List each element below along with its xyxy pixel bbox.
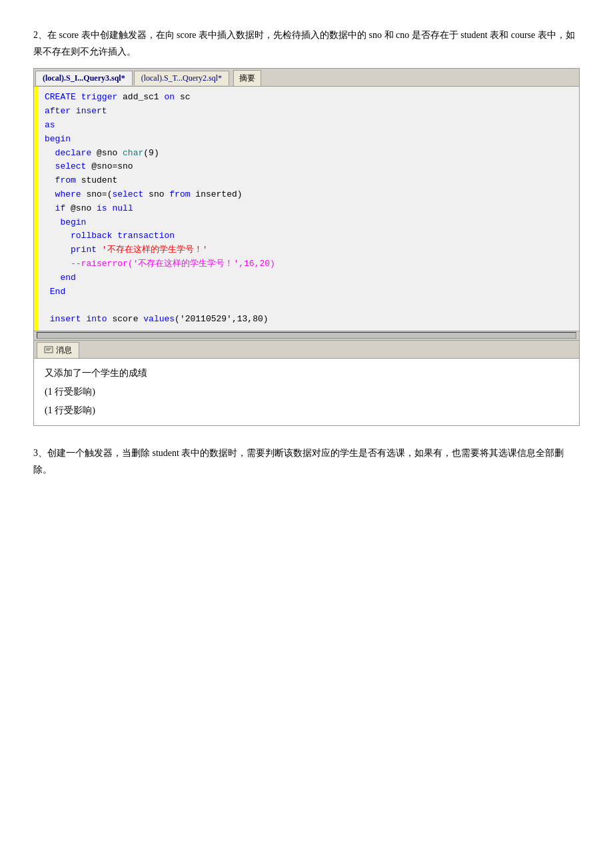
message-panel: 消息 又添加了一个学生的成绩 (1 行受影响) (1 行受影响): [33, 341, 580, 426]
message-line-2: (1 行受影响): [45, 383, 568, 401]
code-line-10: begin: [45, 216, 572, 230]
code-line-4: begin: [45, 133, 572, 147]
code-line-12: print '不存在这样的学生学号！': [45, 243, 572, 257]
message-icon: [44, 345, 53, 355]
yellow-bar: [34, 87, 38, 331]
code-line-8: where sno=(select sno from inserted): [45, 188, 572, 202]
message-tab[interactable]: 消息: [37, 342, 79, 358]
horizontal-scrollbar[interactable]: [34, 331, 579, 340]
code-line-1: CREATE trigger add_sc1 on sc: [45, 91, 572, 105]
code-line-13: --raiserror('不存在这样的学生学号！',16,20): [45, 257, 572, 271]
code-line-15: End: [45, 285, 572, 299]
code-line-14: end: [45, 271, 572, 285]
code-body: CREATE trigger add_sc1 on sc after inser…: [34, 87, 579, 331]
code-line-11: rollback transaction: [45, 229, 572, 243]
code-line-3: as: [45, 119, 572, 133]
code-line-2: after insert: [45, 105, 572, 119]
message-body: 又添加了一个学生的成绩 (1 行受影响) (1 行受影响): [34, 359, 579, 425]
code-line-16: [45, 299, 572, 313]
code-editor: (local).S_I...Query3.sql* (local).S_T...…: [33, 68, 580, 341]
code-line-9: if @sno is null: [45, 202, 572, 216]
message-line-1: 又添加了一个学生的成绩: [45, 364, 568, 383]
code-tab-summary[interactable]: 摘要: [233, 70, 261, 86]
message-tab-label: 消息: [56, 345, 72, 356]
message-tab-bar: 消息: [34, 341, 579, 359]
paragraph-2: 2、在 score 表中创建触发器，在向 score 表中插入数据时，先检待插入…: [33, 27, 580, 60]
paragraph-3: 3、创建一个触发器，当删除 student 表中的数据时，需要判断该数据对应的学…: [33, 445, 580, 478]
code-tab-bar: (local).S_I...Query3.sql* (local).S_T...…: [34, 69, 579, 87]
code-line-5: declare @sno char(9): [45, 147, 572, 161]
scrollbar-track[interactable]: [37, 332, 576, 339]
message-line-3: (1 行受影响): [45, 401, 568, 420]
code-tab-query2[interactable]: (local).S_T...Query2.sql*: [134, 71, 229, 85]
code-tab-query3[interactable]: (local).S_I...Query3.sql*: [35, 71, 133, 85]
code-line-7: from student: [45, 174, 572, 188]
code-line-17: insert into score values('20110529',13,8…: [45, 313, 572, 327]
code-line-6: select @sno=sno: [45, 160, 572, 174]
